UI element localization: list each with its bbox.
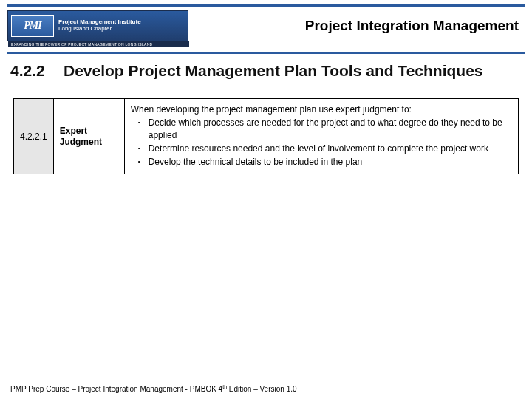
pmi-badge-icon: PMI [11, 15, 54, 37]
list-item: Determine resources needed and the level… [131, 143, 512, 154]
section-number: 4.2.2 [10, 61, 64, 81]
section-title: Develop Project Management Plan Tools an… [64, 61, 483, 81]
footer-divider [10, 381, 522, 381]
row-description: When developing the project management p… [124, 99, 518, 174]
tools-table: 4.2.2.1 Expert Judgment When developing … [13, 98, 519, 174]
header-row: PMI Project Management Institute Long Is… [0, 7, 532, 41]
logo-line2: Long Island Chapter [58, 26, 141, 33]
pmi-badge-text: PMI [24, 20, 41, 32]
section-heading: 4.2.2 Develop Project Management Plan To… [0, 54, 532, 81]
row-name: Expert Judgment [53, 99, 124, 174]
table-row: 4.2.2.1 Expert Judgment When developing … [14, 99, 519, 174]
row-number: 4.2.2.1 [14, 99, 54, 174]
list-item: Decide which processes are needed for th… [131, 117, 512, 140]
footer-pre: PMP Prep Course – Project Integration Ma… [10, 385, 222, 393]
content-area: 4.2.2.1 Expert Judgment When developing … [0, 81, 532, 174]
logo-tagline: EXPANDING THE POWER OF PROJECT MANAGEMEN… [8, 41, 189, 47]
bullet-list: Decide which processes are needed for th… [131, 117, 512, 168]
logo-text: Project Management Institute Long Island… [58, 19, 141, 33]
row-intro: When developing the project management p… [131, 103, 512, 115]
pmi-logo: PMI Project Management Institute Long Is… [7, 10, 188, 41]
footer-post: Edition – Version 1.0 [227, 385, 297, 393]
list-item: Develop the technical details to be incl… [131, 156, 512, 168]
slide: PMI Project Management Institute Long Is… [0, 4, 532, 399]
footer: PMP Prep Course – Project Integration Ma… [10, 381, 522, 393]
footer-text: PMP Prep Course – Project Integration Ma… [10, 384, 522, 393]
page-title: Project Integration Management [188, 18, 525, 34]
